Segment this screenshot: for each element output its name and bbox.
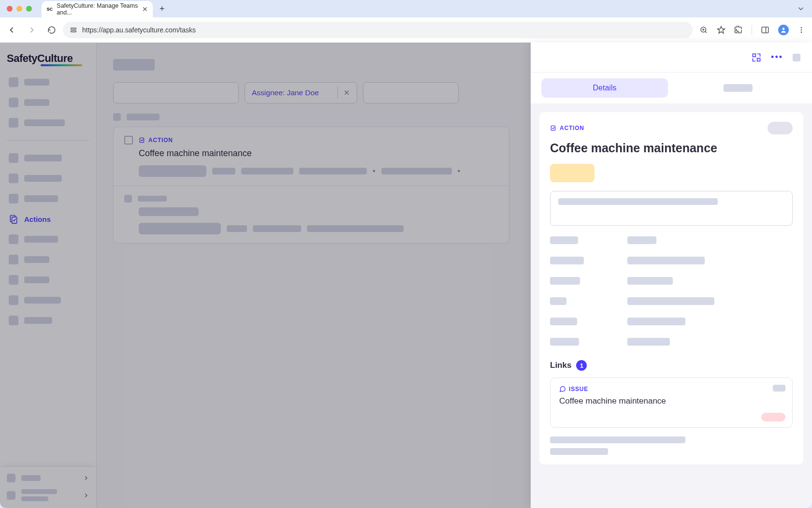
sidebar-item[interactable] bbox=[7, 292, 89, 308]
chip-clear-icon[interactable]: ✕ bbox=[344, 88, 350, 97]
svg-rect-17 bbox=[757, 58, 760, 61]
assignee-filter-chip[interactable]: Assignee: Jane Doe ✕ bbox=[245, 82, 357, 103]
window-fullscreen[interactable] bbox=[26, 6, 32, 12]
expand-icon[interactable] bbox=[752, 53, 761, 62]
browser-tab-strip: SC SafetyCulture: Manage Teams and... ✕ … bbox=[0, 0, 812, 17]
toolbar-right bbox=[699, 25, 805, 35]
address-bar[interactable]: https://app.au.safetyculture.com/tasks bbox=[63, 22, 693, 38]
profile-avatar-icon[interactable] bbox=[778, 25, 789, 35]
status-toggle[interactable] bbox=[768, 122, 793, 134]
sidebar-item[interactable] bbox=[7, 252, 89, 267]
sidebar-item[interactable] bbox=[7, 74, 89, 90]
extensions-icon[interactable] bbox=[734, 26, 743, 34]
back-button[interactable] bbox=[7, 25, 20, 35]
svg-point-9 bbox=[783, 28, 785, 30]
sidebar-footer-item[interactable] bbox=[7, 489, 89, 501]
sidebar-item[interactable] bbox=[7, 171, 89, 186]
filter-input[interactable] bbox=[363, 82, 459, 103]
action-type-pill: ACTION bbox=[139, 137, 173, 144]
action-row-meta: • • bbox=[139, 165, 498, 177]
sidebar: SafetyCulture Actions bbox=[0, 43, 97, 508]
issue-icon bbox=[559, 386, 566, 392]
detail-properties bbox=[550, 236, 793, 346]
sidebar-bottom bbox=[0, 466, 96, 508]
app-root: SafetyCulture Actions bbox=[0, 43, 812, 508]
tab-title: SafetyCulture: Manage Teams and... bbox=[57, 2, 138, 16]
toolbar-separator bbox=[752, 25, 752, 35]
action-list: ACTION Coffee machine maintenance • • bbox=[113, 127, 509, 244]
svg-rect-0 bbox=[71, 28, 76, 29]
more-menu-icon[interactable]: ••• bbox=[771, 52, 783, 62]
svg-line-5 bbox=[705, 31, 707, 33]
row-checkbox[interactable] bbox=[124, 136, 133, 145]
action-icon bbox=[139, 137, 145, 144]
links-header: Links 1 bbox=[550, 360, 793, 371]
action-icon bbox=[550, 125, 557, 131]
svg-rect-16 bbox=[753, 54, 756, 57]
chevron-right-icon bbox=[83, 475, 89, 481]
window-close[interactable] bbox=[7, 6, 13, 12]
url-text: https://app.au.safetyculture.com/tasks bbox=[82, 26, 196, 34]
page-title-placeholder bbox=[113, 59, 155, 71]
new-tab-button[interactable]: + bbox=[160, 4, 165, 14]
tab-label: Details bbox=[593, 84, 617, 92]
sidebar-item[interactable] bbox=[7, 191, 89, 206]
action-type-label: ACTION bbox=[148, 137, 173, 144]
filter-input[interactable] bbox=[113, 82, 239, 103]
action-row-title: Coffee machine maintenance bbox=[139, 148, 498, 159]
brand-logo[interactable]: SafetyCulture bbox=[7, 52, 89, 65]
detail-type-pill: ACTION bbox=[550, 125, 584, 131]
browser-toolbar: https://app.au.safetyculture.com/tasks bbox=[0, 17, 812, 43]
traffic-lights bbox=[7, 6, 32, 12]
linked-issue-title: Coffee machine maintenance bbox=[559, 396, 783, 406]
detail-extra bbox=[550, 436, 793, 455]
svg-rect-1 bbox=[71, 30, 76, 32]
tab-overflow-icon[interactable] bbox=[797, 4, 805, 13]
sidebar-item[interactable] bbox=[7, 150, 89, 166]
forward-button[interactable] bbox=[27, 25, 41, 35]
description-input[interactable] bbox=[550, 191, 793, 226]
sidebar-item[interactable] bbox=[7, 232, 89, 247]
tab-details[interactable]: Details bbox=[541, 78, 668, 98]
linked-issue-card[interactable]: ISSUE Coffee machine maintenance bbox=[550, 377, 793, 428]
assignee-chip-label: Assignee: Jane Doe bbox=[252, 88, 332, 97]
brand-underline bbox=[41, 64, 82, 66]
brand-text: SafetyCulture bbox=[7, 52, 73, 64]
site-settings-icon[interactable] bbox=[70, 26, 77, 34]
detail-card: ACTION Coffee machine maintenance bbox=[539, 112, 803, 464]
close-tab-icon[interactable]: ✕ bbox=[142, 5, 148, 13]
sidebar-item[interactable] bbox=[7, 313, 89, 328]
bookmark-icon[interactable] bbox=[717, 26, 725, 34]
details-panel: ••• Details ACTION Coffee machine bbox=[531, 43, 812, 508]
svg-point-11 bbox=[801, 29, 802, 31]
sidebar-footer-item[interactable] bbox=[7, 474, 89, 482]
close-panel-button[interactable] bbox=[793, 54, 800, 61]
window-minimize[interactable] bbox=[16, 6, 22, 12]
sidebar-separator bbox=[7, 140, 89, 141]
sidebar-item-label: Actions bbox=[24, 215, 51, 223]
links-count-badge: 1 bbox=[576, 360, 587, 371]
kebab-menu-icon[interactable] bbox=[798, 26, 805, 34]
reload-button[interactable] bbox=[47, 26, 56, 34]
svg-point-10 bbox=[801, 27, 802, 29]
browser-tab-active[interactable]: SC SafetyCulture: Manage Teams and... ✕ bbox=[42, 1, 153, 17]
action-row[interactable]: ACTION Coffee machine maintenance • • bbox=[114, 127, 509, 186]
action-row-meta bbox=[139, 223, 498, 234]
link-status-placeholder bbox=[773, 385, 785, 392]
sidebar-item[interactable] bbox=[7, 272, 89, 288]
zoom-icon[interactable] bbox=[699, 26, 708, 34]
svg-rect-7 bbox=[762, 27, 768, 33]
panel-toolbar: ••• bbox=[531, 43, 812, 73]
issue-type-pill: ISSUE bbox=[559, 386, 783, 392]
actions-icon bbox=[9, 214, 18, 224]
panel-tabs: Details bbox=[531, 73, 812, 103]
link-chip-placeholder bbox=[761, 413, 785, 421]
sidepanel-icon[interactable] bbox=[761, 26, 769, 34]
status-chip[interactable] bbox=[550, 164, 594, 182]
sidebar-item[interactable] bbox=[7, 95, 89, 110]
sidebar-item[interactable] bbox=[7, 115, 89, 131]
sidebar-item-actions[interactable]: Actions bbox=[7, 211, 89, 227]
tab-placeholder[interactable] bbox=[675, 78, 801, 98]
action-row[interactable] bbox=[114, 186, 509, 243]
chevron-right-icon bbox=[83, 492, 89, 499]
